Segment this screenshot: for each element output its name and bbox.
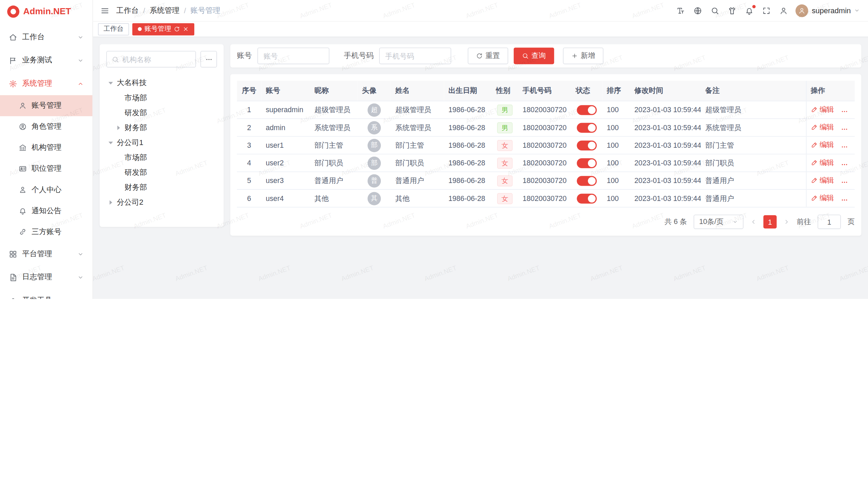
edit-icon bbox=[811, 106, 817, 113]
sidebar-item-log-management[interactable]: 日志管理 bbox=[0, 266, 93, 289]
tab-account-management[interactable]: 账号管理 bbox=[132, 23, 194, 35]
prev-page-button[interactable] bbox=[750, 219, 757, 225]
sidebar-subitem-notice[interactable]: 通知公告 bbox=[0, 200, 93, 221]
cell-status bbox=[571, 189, 602, 207]
org-search-input[interactable] bbox=[122, 55, 191, 63]
row-more-button[interactable] bbox=[841, 161, 848, 168]
tab-workbench[interactable]: 工作台 bbox=[98, 23, 129, 35]
cell-phone: 18020030720 bbox=[518, 119, 571, 136]
cell-nickname: 普通用户 bbox=[310, 172, 357, 189]
tab-refresh-icon[interactable] bbox=[174, 26, 180, 32]
user-menu[interactable]: superadmin bbox=[796, 4, 860, 17]
theme-button[interactable] bbox=[728, 6, 736, 15]
status-toggle[interactable] bbox=[577, 123, 597, 133]
brand-logo-icon bbox=[7, 5, 19, 18]
fullscreen-button[interactable] bbox=[763, 6, 771, 15]
sidebar-subitem-third-party-account[interactable]: 三方账号 bbox=[0, 221, 93, 242]
sidebar-subitem-org-management[interactable]: 机构管理 bbox=[0, 137, 93, 158]
status-toggle[interactable] bbox=[577, 158, 597, 168]
sidebar-item-dev-tools[interactable]: 开发工具 bbox=[0, 289, 93, 299]
status-toggle[interactable] bbox=[577, 140, 597, 150]
account-input[interactable] bbox=[257, 47, 329, 64]
sidebar-subitem-personal-center[interactable]: 个人中心 bbox=[0, 179, 93, 200]
chevron-down-icon bbox=[732, 219, 738, 225]
sidebar-item-workbench[interactable]: 工作台 bbox=[0, 25, 93, 49]
tree-node[interactable]: 市场部 bbox=[106, 150, 217, 165]
sidebar-subitem-position-management[interactable]: 职位管理 bbox=[0, 158, 93, 179]
cell-avatar: 部 bbox=[358, 154, 391, 172]
goto-page-input[interactable] bbox=[817, 215, 841, 229]
caret-placeholder bbox=[114, 153, 123, 162]
tree-node[interactable]: 分公司1 bbox=[106, 135, 217, 150]
tab-close-icon[interactable] bbox=[183, 26, 189, 32]
sidebar-subitem-label: 个人中心 bbox=[32, 185, 61, 195]
right-column: 账号 手机号码 重置 查询 新增 序号账号昵称头像姓名出生日期性别手机号码 bbox=[230, 44, 861, 236]
tree-node[interactable]: 大名科技 bbox=[106, 75, 217, 90]
sidebar-subitem-account-management[interactable]: 账号管理 bbox=[0, 95, 93, 116]
next-page-button[interactable] bbox=[783, 219, 790, 225]
doc-icon bbox=[9, 273, 17, 281]
tree-node[interactable]: 市场部 bbox=[106, 90, 217, 105]
tree-node[interactable]: 财务部 bbox=[106, 120, 217, 135]
row-more-button[interactable] bbox=[841, 108, 848, 115]
gender-badge: 女 bbox=[497, 175, 513, 186]
tree-node[interactable]: 分公司2 bbox=[106, 195, 217, 210]
reset-button[interactable]: 重置 bbox=[468, 47, 508, 64]
row-more-button[interactable] bbox=[841, 125, 848, 133]
org-panel: 大名科技市场部研发部财务部分公司1市场部研发部财务部分公司2 bbox=[100, 44, 224, 227]
status-toggle[interactable] bbox=[577, 105, 597, 115]
add-button[interactable]: 新增 bbox=[563, 47, 603, 64]
sidebar-item-system-management[interactable]: 系统管理 bbox=[0, 72, 93, 95]
row-more-button[interactable] bbox=[841, 143, 848, 150]
row-more-button[interactable] bbox=[841, 179, 848, 186]
edit-label: 编辑 bbox=[820, 194, 834, 203]
search-button[interactable]: 查询 bbox=[514, 47, 554, 64]
sidebar-subitem-label: 机构管理 bbox=[32, 143, 61, 152]
org-search-field[interactable] bbox=[106, 51, 196, 67]
font-size-button[interactable] bbox=[677, 6, 685, 15]
column-header: 排序 bbox=[602, 81, 630, 101]
breadcrumb-item[interactable]: 工作台 bbox=[116, 5, 139, 15]
sidebar-subitem-label: 通知公告 bbox=[32, 206, 61, 216]
user-button[interactable] bbox=[780, 6, 788, 15]
notification-button[interactable] bbox=[745, 6, 753, 15]
edit-button[interactable]: 编辑 bbox=[811, 176, 834, 185]
page-size-select[interactable]: 10条/页 bbox=[694, 215, 744, 229]
edit-button[interactable]: 编辑 bbox=[811, 140, 834, 150]
tree-node-label: 研发部 bbox=[124, 167, 147, 177]
caret-placeholder bbox=[114, 108, 123, 117]
locale-button[interactable] bbox=[694, 6, 702, 15]
page-number-current[interactable]: 1 bbox=[763, 215, 776, 228]
sidebar-item-business-test[interactable]: 业务测试 bbox=[0, 49, 93, 72]
cell-operations: 编辑 bbox=[806, 172, 855, 189]
edit-button[interactable]: 编辑 bbox=[811, 105, 834, 115]
tree-node[interactable]: 研发部 bbox=[106, 105, 217, 120]
sidebar: Admin.NET 工作台业务测试系统管理账号管理角色管理机构管理职位管理个人中… bbox=[0, 0, 93, 299]
org-more-button[interactable] bbox=[200, 51, 217, 67]
breadcrumb-item[interactable]: 系统管理 bbox=[150, 5, 179, 15]
app-logo[interactable]: Admin.NET bbox=[0, 0, 93, 23]
search-button[interactable] bbox=[711, 6, 719, 15]
idcard-icon bbox=[19, 165, 27, 173]
sidebar-item-platform-management[interactable]: 平台管理 bbox=[0, 242, 93, 266]
page-size-value: 10条/页 bbox=[699, 217, 724, 227]
status-toggle[interactable] bbox=[577, 176, 597, 185]
cell-operations: 编辑 bbox=[806, 136, 855, 154]
pagination: 共 6 条 10条/页 1 前往 页 bbox=[237, 215, 855, 229]
gender-badge: 女 bbox=[497, 140, 513, 151]
edit-button[interactable]: 编辑 bbox=[811, 158, 834, 168]
flag-icon bbox=[9, 56, 17, 64]
status-toggle[interactable] bbox=[577, 194, 597, 203]
table-row: 6user4其他其其他1986-06-28女180200307201002023… bbox=[237, 189, 855, 207]
sidebar-subitem-role-management[interactable]: 角色管理 bbox=[0, 116, 93, 137]
tree-node[interactable]: 财务部 bbox=[106, 180, 217, 195]
tree-node[interactable]: 研发部 bbox=[106, 165, 217, 180]
brand-name: Admin.NET bbox=[23, 7, 71, 17]
goto-label: 前往 bbox=[796, 217, 811, 227]
row-more-button[interactable] bbox=[841, 196, 848, 203]
phone-input[interactable] bbox=[379, 47, 451, 64]
table-row: 4user2部门职员部部门职员1986-06-28女18020030720100… bbox=[237, 154, 855, 172]
edit-button[interactable]: 编辑 bbox=[811, 194, 834, 203]
edit-button[interactable]: 编辑 bbox=[811, 123, 834, 133]
menu-toggle-icon[interactable] bbox=[101, 6, 109, 15]
